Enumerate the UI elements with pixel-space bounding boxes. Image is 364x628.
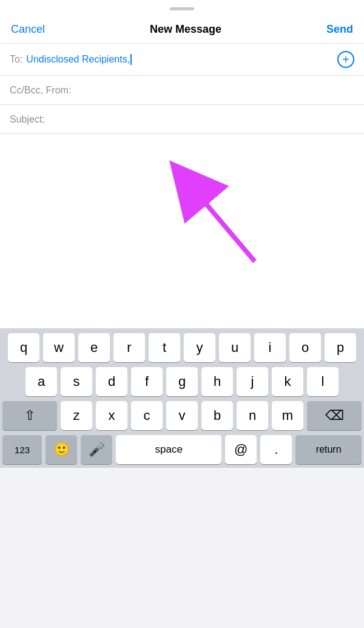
key-s[interactable]: s [61,367,92,396]
key-k[interactable]: k [272,367,303,396]
key-m[interactable]: m [272,401,303,430]
page-title: New Message [150,23,221,36]
keyboard-row-3: ⇧ z x c v b n m ⌫ [2,401,362,430]
key-p[interactable]: p [325,333,356,362]
send-button[interactable]: Send [326,23,353,36]
annotation-arrow-svg [0,134,364,328]
key-j[interactable]: j [237,367,268,396]
key-x[interactable]: x [96,401,127,430]
cc-bcc-field-row[interactable]: Cc/Bcc, From: [0,76,364,105]
key-u[interactable]: u [219,333,251,362]
key-q[interactable]: q [8,333,39,362]
key-l[interactable]: l [307,367,339,396]
key-i[interactable]: i [254,333,286,362]
key-o[interactable]: o [289,333,321,362]
key-n[interactable]: n [237,401,268,430]
key-a[interactable]: a [25,367,57,396]
text-cursor [130,54,132,65]
key-123[interactable]: 123 [2,435,42,464]
to-field-row[interactable]: To: Undisclosed Recipients, + [0,44,364,76]
svg-line-1 [188,183,255,262]
key-c[interactable]: c [131,401,163,430]
subject-label: Subject: [10,114,45,125]
dot-key[interactable]: . [260,435,292,464]
key-r[interactable]: r [113,333,145,362]
key-y[interactable]: y [184,333,215,362]
key-z[interactable]: z [61,401,92,430]
key-v[interactable]: v [166,401,198,430]
emoji-key[interactable]: 🙂 [46,435,77,464]
to-label: To: [10,54,22,65]
key-e[interactable]: e [78,333,110,362]
compose-area: To: Undisclosed Recipients, + Cc/Bcc, Fr… [0,44,364,134]
key-g[interactable]: g [166,367,198,396]
at-key[interactable]: @ [225,435,257,464]
keyboard-area: q w e r t y u i o p a s d f g h j k l ⇧ … [0,328,364,468]
mic-key[interactable]: 🎤 [81,435,112,464]
delete-key[interactable]: ⌫ [307,401,362,430]
to-value: Undisclosed Recipients, [26,54,130,65]
annotation-area [0,134,364,328]
shift-key[interactable]: ⇧ [2,401,57,430]
key-b[interactable]: b [201,401,233,430]
keyboard-row-4: 123 🙂 🎤 space @ . return [2,435,362,464]
key-t[interactable]: t [149,333,180,362]
status-bar [0,0,364,17]
space-key[interactable]: space [116,435,221,464]
add-recipient-button[interactable]: + [337,51,354,68]
key-f[interactable]: f [131,367,163,396]
keyboard-row-1: q w e r t y u i o p [2,333,362,362]
key-h[interactable]: h [201,367,233,396]
cancel-button[interactable]: Cancel [11,23,45,36]
drag-handle [170,7,194,10]
subject-field-row[interactable]: Subject: [0,105,364,134]
keyboard-row-2: a s d f g h j k l [2,367,362,396]
key-w[interactable]: w [43,333,75,362]
return-key[interactable]: return [295,435,362,464]
nav-header: Cancel New Message Send [0,17,364,44]
cc-bcc-label: Cc/Bcc, From: [10,85,71,96]
to-content: Undisclosed Recipients, [26,54,337,65]
key-d[interactable]: d [96,367,127,396]
